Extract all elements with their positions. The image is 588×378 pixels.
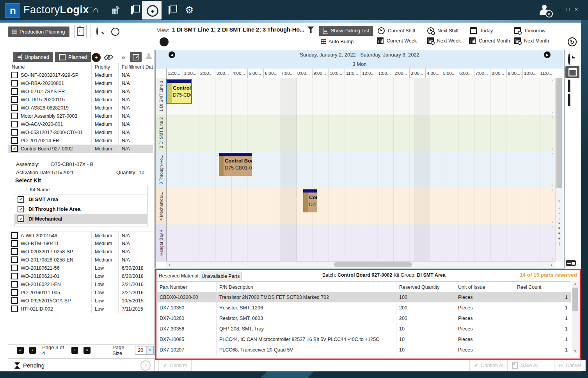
scroll-up-icon[interactable]: ∧ bbox=[574, 282, 577, 286]
tab-unplanned[interactable]: Unplanned bbox=[13, 52, 53, 62]
next-week-button[interactable]: Next Week bbox=[427, 37, 461, 44]
row-scroll-up-icon[interactable]: ∧ bbox=[551, 79, 554, 83]
add-work-order-icon[interactable]: + bbox=[92, 53, 101, 62]
row-checkbox[interactable] bbox=[11, 113, 18, 119]
schedule-check-button-active[interactable]: ✔ bbox=[130, 52, 142, 62]
column-part-number[interactable]: Part Number bbox=[157, 284, 216, 290]
kit-checkbox-checked[interactable]: ✔ bbox=[18, 215, 24, 222]
work-order-row[interactable]: WO-20180621-01Low6/30/2018 bbox=[8, 272, 153, 281]
page-size-select[interactable]: 20 ∨ bbox=[135, 346, 154, 355]
clipboard-add-button[interactable] bbox=[74, 25, 87, 38]
kit-checkbox-checked[interactable]: ✔ bbox=[18, 196, 24, 203]
npi-icon[interactable]: ▦ ✎ bbox=[112, 6, 119, 15]
refresh-icon[interactable]: ↻ bbox=[568, 37, 577, 46]
search-icon[interactable] bbox=[96, 28, 98, 35]
window-close-button[interactable]: × bbox=[575, 6, 578, 12]
page-first-button[interactable]: « bbox=[17, 347, 24, 354]
gantt-lane[interactable]: ∧ ∨ bbox=[167, 78, 555, 115]
row-checkbox[interactable] bbox=[11, 297, 18, 304]
column-unit-of-issue[interactable]: Unit of Issue bbox=[455, 282, 514, 292]
production-planning-button[interactable]: Production Planning bbox=[8, 26, 69, 37]
scroll-down-icon[interactable]: ∨ bbox=[574, 349, 577, 353]
work-order-row[interactable]: WO-RTM-190411MediumN/A bbox=[8, 239, 153, 248]
panel-toggle-icon[interactable] bbox=[566, 260, 576, 266]
page-next-button[interactable]: › bbox=[71, 347, 78, 354]
row-down-icon[interactable]: ▾ bbox=[558, 221, 560, 226]
part-row[interactable]: DX7-10207PLCC68, Transceiver 20 Quad 5V1… bbox=[157, 344, 571, 355]
row-scroll-up-icon[interactable]: ∧ bbox=[551, 225, 554, 229]
collapse-up-icon[interactable]: ↑ bbox=[140, 360, 151, 371]
work-order-row[interactable]: PO-20160111-005Low2/21/2016 bbox=[8, 288, 153, 297]
row-checkbox[interactable] bbox=[11, 256, 18, 263]
scroll-left-icon[interactable]: ◀ bbox=[169, 51, 175, 58]
gantt-horizontal-scrollbar[interactable]: ‹ › bbox=[166, 261, 555, 268]
kit-row-selected[interactable]: ✔DI Mechanical bbox=[14, 214, 147, 224]
work-order-row[interactable]: WO-05312017-3000-CT0-01MediumN/A bbox=[8, 128, 153, 137]
part-row[interactable]: DX7-10350Resistor, SMT, 1206200Pieces1 bbox=[157, 302, 571, 313]
column-description[interactable]: P/N Description bbox=[216, 282, 396, 292]
gantt-task-smt-line-1[interactable]: Control Board 927-0002D75-CB01-07X bbox=[166, 79, 192, 104]
row-checkbox[interactable] bbox=[11, 80, 18, 87]
row-scroll-down-icon[interactable]: ∨ bbox=[551, 183, 554, 187]
row-checkbox[interactable] bbox=[11, 248, 18, 255]
gantt-task-through-hole[interactable]: Control Board 927-0002D75-CB01-07X bbox=[219, 153, 252, 176]
zoom-bar-icon[interactable]: ∣ bbox=[558, 241, 560, 246]
zoom-in-icon[interactable]: ▼ bbox=[558, 226, 561, 231]
work-order-row[interactable]: WO-AS828-08282019MediumN/A bbox=[8, 104, 153, 112]
month-view-icon[interactable] bbox=[568, 96, 570, 106]
work-order-row[interactable]: WO-T615-20200115MediumN/A bbox=[8, 95, 153, 104]
parts-scrollbar[interactable]: ∧ ∨ bbox=[572, 281, 579, 353]
row-checkbox[interactable] bbox=[11, 232, 18, 239]
row-checkbox[interactable] bbox=[11, 240, 18, 247]
zoom-plus-icon[interactable]: + bbox=[558, 236, 560, 241]
kit-checkbox-checked[interactable]: ✔ bbox=[18, 206, 24, 212]
part-row[interactable]: DX7-30356QFP-208, SMT, Tray10Pieces1 bbox=[157, 323, 571, 334]
work-order-row[interactable]: WO-20170828-0258-ENMediumN/A bbox=[8, 256, 153, 264]
part-row[interactable]: DX7-10260Resistor, SMT, 0603200Pieces1 bbox=[157, 313, 571, 324]
scrollbar-thumb[interactable] bbox=[556, 78, 562, 188]
gantt-lane[interactable]: ∧ ∨ bbox=[167, 115, 555, 151]
logistics-icon[interactable] bbox=[131, 7, 133, 14]
row-checkbox[interactable] bbox=[11, 306, 18, 312]
current-month-button[interactable]: Current Month bbox=[469, 37, 510, 44]
confirm-button[interactable]: ✔Confirm bbox=[158, 360, 192, 371]
row-checkbox[interactable] bbox=[11, 104, 18, 111]
row-scroll-up-icon[interactable]: ∧ bbox=[551, 152, 554, 156]
gantt-vertical-scrollbar[interactable]: ∨ ▲ ▲ ▴ ▾ ▼ ▼ + ∣ bbox=[555, 78, 563, 261]
remove-view-icon[interactable]: − bbox=[160, 37, 169, 46]
window-maximize-button[interactable]: □ bbox=[566, 6, 569, 12]
kit-row[interactable]: ✔DI SMT Area bbox=[14, 194, 147, 205]
scroll-right-arrow-icon[interactable]: › bbox=[551, 262, 552, 267]
row-checkbox[interactable] bbox=[11, 121, 18, 127]
home-icon[interactable]: ⌂ bbox=[93, 4, 99, 15]
next-month-button[interactable]: Next Month bbox=[514, 37, 549, 44]
view-selector-value[interactable]: 1 DI SMT Line 1; 2 DI SMT LIne 2; 3 Thro… bbox=[172, 26, 304, 33]
column-reserved-quantity[interactable]: Reserved Quantity bbox=[396, 282, 455, 292]
save-all-button[interactable]: Save All bbox=[507, 360, 543, 371]
row-checkbox[interactable] bbox=[11, 137, 18, 144]
row-checkbox[interactable] bbox=[11, 96, 18, 103]
row-scroll-down-icon[interactable]: ∨ bbox=[551, 110, 554, 114]
zoom-out-icon[interactable]: ▲ bbox=[558, 211, 561, 216]
work-order-row[interactable]: PO-20170214-FRMediumN/A bbox=[8, 136, 153, 145]
scrollbar-thumb[interactable] bbox=[572, 288, 578, 311]
timeline-view-icon[interactable] bbox=[568, 55, 570, 64]
cancel-button[interactable]: ⊘Cancel bbox=[554, 360, 586, 371]
row-checkbox-checked[interactable]: ✔ bbox=[11, 145, 18, 152]
goto-icon[interactable]: → bbox=[111, 28, 119, 36]
week-view-icon[interactable] bbox=[568, 82, 570, 92]
row-scroll-down-icon[interactable]: ∨ bbox=[551, 147, 554, 150]
work-order-row-selected[interactable]: ✔Control Board 927-0002MediumN/A bbox=[8, 145, 153, 153]
gantt-task-mechanical[interactable]: Control Board 927-0002D75-CB01-07X bbox=[303, 189, 317, 212]
work-order-row[interactable]: HTI-02LID-002Low7/11/2015 bbox=[8, 305, 153, 313]
part-row-selected[interactable]: CBDX0-10320-00Transistor 2N7002 TMOS FET… bbox=[157, 292, 571, 303]
row-up-icon[interactable]: ▴ bbox=[558, 216, 560, 221]
row-checkbox[interactable] bbox=[11, 289, 18, 296]
show-picking-list-button[interactable]: Show Picking List bbox=[319, 26, 373, 36]
work-order-row[interactable]: WO-02032017-0258-SPMediumN/A bbox=[8, 247, 153, 256]
day-view-button-active[interactable] bbox=[565, 66, 579, 78]
scroll-down-icon[interactable]: ∨ bbox=[558, 198, 561, 203]
kit-row[interactable]: ✔DI Through Hole Area bbox=[14, 204, 147, 214]
work-order-row[interactable]: WO-RBA-20200801MediumN/A bbox=[8, 79, 153, 88]
tab-unavailable-parts[interactable]: Unavailable Parts bbox=[200, 272, 242, 281]
